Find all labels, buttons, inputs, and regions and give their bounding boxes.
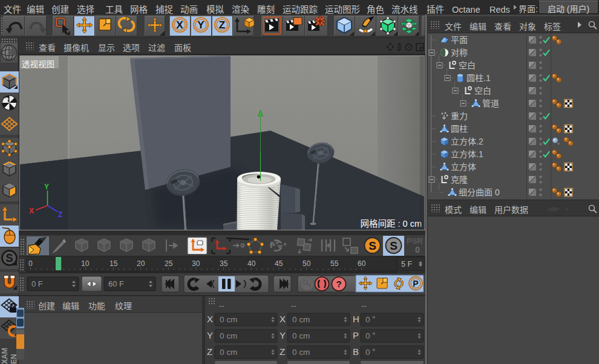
svg-text:?: ? [336, 277, 341, 290]
svg-text:0: 0 [28, 258, 33, 268]
svg-text:Z: Z [207, 345, 212, 357]
svg-text:空白: 空白 [474, 84, 491, 96]
svg-text:15: 15 [110, 258, 118, 268]
svg-text:X: X [207, 312, 213, 325]
svg-text:立方体: 立方体 [451, 160, 476, 172]
svg-text:30: 30 [192, 258, 200, 268]
svg-text:Z: Z [280, 345, 285, 357]
svg-text:S: S [5, 249, 13, 265]
svg-text:B: B [353, 345, 359, 357]
svg-text:10: 10 [81, 258, 90, 268]
svg-text:Y: Y [207, 328, 213, 341]
svg-text:平面: 平面 [451, 33, 468, 45]
svg-text:20: 20 [137, 258, 145, 268]
svg-text:0 cm: 0 cm [220, 345, 237, 357]
svg-text:60 F: 60 F [108, 278, 124, 289]
svg-text:对称: 对称 [451, 46, 468, 58]
svg-text:0: 0 [415, 243, 420, 255]
svg-text:35: 35 [220, 258, 228, 268]
svg-text:0 cm: 0 cm [292, 329, 310, 341]
svg-text:P: P [413, 277, 418, 289]
svg-text:网格间距 : 0 cm: 网格间距 : 0 cm [360, 216, 422, 229]
svg-text:P: P [353, 328, 359, 341]
svg-text:Y: Y [44, 181, 49, 191]
svg-text:0 cm: 0 cm [292, 313, 310, 325]
svg-text:60: 60 [358, 258, 366, 268]
svg-text:X: X [280, 312, 286, 325]
svg-text:0 °: 0 ° [365, 345, 375, 357]
svg-text:圆柱.1: 圆柱.1 [466, 71, 491, 83]
svg-text:55: 55 [330, 258, 339, 268]
svg-text:S: S [368, 236, 376, 253]
svg-text:X: X [176, 16, 183, 31]
svg-text:克隆: 克隆 [451, 173, 468, 185]
svg-text:空白: 空白 [459, 59, 476, 71]
svg-text:Z: Z [219, 16, 225, 31]
svg-text:细分曲面 0: 细分曲面 0 [459, 186, 500, 198]
svg-text:0 cm: 0 cm [220, 329, 237, 341]
svg-text:25: 25 [165, 258, 173, 268]
svg-text:5 F: 5 F [401, 258, 412, 269]
svg-text:Y: Y [197, 16, 205, 31]
svg-text:0 F: 0 F [31, 278, 43, 289]
svg-text:0 °: 0 ° [365, 313, 375, 325]
svg-text:Y: Y [280, 328, 286, 341]
svg-text:50: 50 [303, 258, 311, 268]
svg-text:0 cm: 0 cm [292, 345, 310, 357]
svg-text:立方体.2: 立方体.2 [451, 135, 483, 147]
svg-text:立方体.1: 立方体.1 [451, 148, 483, 160]
svg-text:S: S [390, 236, 398, 253]
svg-text:H: H [353, 312, 359, 325]
svg-text:管道: 管道 [482, 97, 499, 109]
svg-text:45: 45 [275, 258, 283, 268]
svg-text:X: X [29, 205, 34, 215]
svg-text:0 °: 0 ° [365, 329, 375, 341]
svg-text:0 cm: 0 cm [220, 313, 237, 325]
svg-text:40: 40 [247, 258, 256, 268]
svg-text:圆柱: 圆柱 [451, 122, 468, 134]
svg-text:重力: 重力 [451, 109, 468, 122]
svg-text:Z: Z [58, 209, 62, 219]
